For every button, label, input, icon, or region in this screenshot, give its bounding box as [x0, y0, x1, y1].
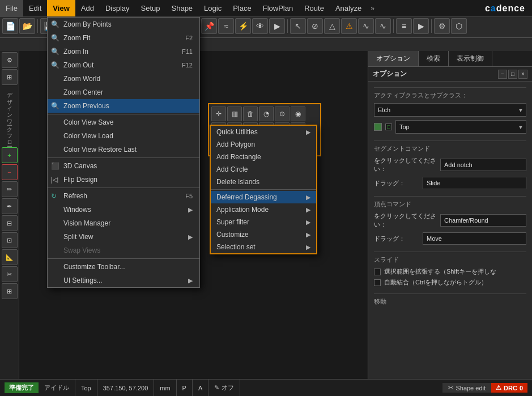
menu-flowplan[interactable]: FlowPlan [257, 0, 299, 16]
tb-filter[interactable]: ⊘ [307, 18, 323, 34]
vm-zoom-by-points[interactable]: 🔍 Zoom By Points [48, 18, 199, 31]
menu-edit[interactable]: Edit [23, 0, 47, 16]
vm-color-view-load[interactable]: Color View Load [48, 129, 199, 143]
menu-overflow[interactable]: » [367, 2, 378, 15]
tb-chip[interactable]: ⚙ [434, 18, 450, 34]
panel-close-btn[interactable]: × [518, 70, 527, 79]
ft-view[interactable]: ◉ [291, 107, 305, 121]
ft-cross[interactable]: ✛ [211, 107, 226, 121]
left-sidebar: ⚙ ⊞ デザインワークフロー + − ✏ ✒ ⊟ ⊡ 📐 ✂ ⊞ [0, 51, 19, 379]
cm-application-mode[interactable]: Application Mode ▶ [211, 203, 316, 216]
class-select[interactable]: Etch [374, 105, 526, 114]
tab-display[interactable]: 表示制御 [449, 51, 492, 66]
menu-view[interactable]: View [47, 0, 75, 16]
cm-sep-1 [211, 189, 316, 190]
subclass-checkbox[interactable]: □ [385, 124, 392, 130]
tb-wave2[interactable]: ∿ [375, 18, 391, 34]
vm-zoom-center[interactable]: Zoom Center [48, 86, 199, 99]
sb-edit[interactable]: ⊟ [2, 215, 18, 231]
panel-restore-btn[interactable]: □ [508, 70, 517, 79]
cm-customize[interactable]: Customize ▶ [211, 228, 316, 241]
vm-3d-canvas[interactable]: ⬛ 3D Canvas [48, 159, 199, 173]
vm-color-view-restore[interactable]: Color View Restore Last [48, 143, 199, 156]
tb-pin[interactable]: 📌 [201, 18, 217, 34]
vm-customize-toolbar[interactable]: Customize Toolbar... [48, 260, 199, 274]
sb-pencil2[interactable]: ✒ [2, 198, 18, 214]
vm-zoom-world[interactable]: Zoom World [48, 72, 199, 86]
menu-logic[interactable]: Logic [198, 0, 227, 16]
tb-signal[interactable]: ⚡ [235, 18, 251, 34]
tb-cursor[interactable]: ↖ [290, 18, 306, 34]
tb-eye2[interactable]: 👁 [252, 18, 268, 34]
sb-stretch[interactable]: ⊡ [2, 232, 18, 248]
vm-refresh[interactable]: ↻ Refresh F5 [48, 189, 199, 203]
vm-zoom-out[interactable]: 🔍 Zoom Out F12 [48, 58, 199, 72]
vertex-drag-input[interactable] [423, 232, 526, 245]
tb-warn[interactable]: ⚠ [341, 18, 357, 34]
sb-add[interactable]: + [2, 147, 18, 163]
vm-zoom-previous[interactable]: 🔍 Zoom Previous [48, 99, 199, 113]
subclass-select[interactable]: Top [396, 122, 526, 131]
vm-windows[interactable]: Windows ▶ [48, 203, 199, 216]
cm-delete-islands[interactable]: Delete Islands [211, 176, 316, 188]
sb-select[interactable]: ⊞ [2, 283, 18, 299]
sb-ruler[interactable]: 📐 [2, 249, 18, 265]
tb-wave[interactable]: ≈ [218, 18, 234, 34]
menu-file[interactable]: File [0, 0, 23, 16]
tb-share[interactable]: ⬡ [451, 18, 467, 34]
tb-antenna[interactable]: ∿ [358, 18, 374, 34]
panel-minimize-btn[interactable]: − [498, 70, 507, 79]
tb-more[interactable]: ▶ [413, 18, 429, 34]
tb-open[interactable]: 📂 [19, 18, 35, 34]
vertex-click-input[interactable] [440, 214, 526, 227]
status-a[interactable]: A [193, 380, 208, 396]
sb-cut[interactable]: ✂ [2, 266, 18, 282]
menu-add[interactable]: Add [75, 0, 100, 16]
drc-btn[interactable]: ⚠ DRC 0 [491, 383, 527, 393]
vm-zoom-in[interactable]: 🔍 Zoom In F11 [48, 45, 199, 58]
ft-pie[interactable]: ◔ [259, 107, 274, 121]
ft-layers[interactable]: ▥ [227, 107, 242, 121]
cm-add-rectangle[interactable]: Add Rectangle [211, 151, 316, 163]
vm-color-view-save[interactable]: Color View Save [48, 116, 199, 129]
cm-add-polygon[interactable]: Add Polygon [211, 138, 316, 151]
segment-drag-input[interactable] [423, 177, 526, 189]
status-p[interactable]: P [177, 380, 193, 396]
cm-add-circle[interactable]: Add Circle [211, 163, 316, 176]
sb-pen[interactable]: ✏ [2, 181, 18, 197]
vm-ui-settings[interactable]: UI Settings... ▶ [48, 274, 199, 287]
right-panel: オプション 検索 表示制御 オプション − □ × アクティブクラスとサブクラス… [368, 51, 532, 379]
menu-analyze[interactable]: Analyze [330, 0, 367, 16]
class-select-wrapper[interactable]: Etch ▼ [374, 103, 526, 117]
cm-selection-set[interactable]: Selection set ▶ [211, 241, 316, 253]
vm-split-view[interactable]: Split View ▶ [48, 230, 199, 244]
cm-super-filter[interactable]: Super filter ▶ [211, 216, 316, 228]
ft-trash[interactable]: 🗑 [243, 107, 258, 121]
cm-deferred-degassing[interactable]: Deferred Degassing ▶ [211, 191, 316, 203]
sb-gear[interactable]: ⚙ [2, 52, 18, 68]
tb-right[interactable]: ▶ [269, 18, 285, 34]
subclass-select-wrapper[interactable]: Top ▼ [395, 120, 526, 134]
sb-minus[interactable]: − [2, 164, 18, 180]
menu-place[interactable]: Place [227, 0, 257, 16]
checkbox-2[interactable] [374, 279, 381, 286]
shape-edit-btn[interactable]: ✂ Shape edit [442, 383, 491, 393]
tb-trig[interactable]: △ [324, 18, 340, 34]
vm-zoom-fit[interactable]: 🔍 Zoom Fit F2 [48, 31, 199, 45]
checkbox-1[interactable] [374, 269, 381, 275]
cm-quick-utilities[interactable]: Quick Utilities ▶ [211, 126, 316, 138]
segment-click-input[interactable] [440, 159, 526, 171]
tb-new[interactable]: 📄 [2, 18, 18, 34]
tb-bars[interactable]: ≡ [396, 18, 412, 34]
sb-flow[interactable]: ⊞ [2, 69, 18, 85]
vm-vision-manager[interactable]: Vision Manager [48, 216, 199, 230]
ft-eye-c[interactable]: ⊙ [275, 107, 290, 121]
tab-options[interactable]: オプション [368, 51, 419, 66]
menu-display[interactable]: Display [100, 0, 135, 16]
vm-flip-design[interactable]: |◁ Flip Design [48, 173, 199, 186]
menu-route[interactable]: Route [299, 0, 330, 16]
menu-shape[interactable]: Shape [166, 0, 199, 16]
menu-setup[interactable]: Setup [135, 0, 166, 16]
tab-search[interactable]: 検索 [419, 51, 449, 66]
sb-design-label: デザインワークフロー [6, 86, 14, 146]
